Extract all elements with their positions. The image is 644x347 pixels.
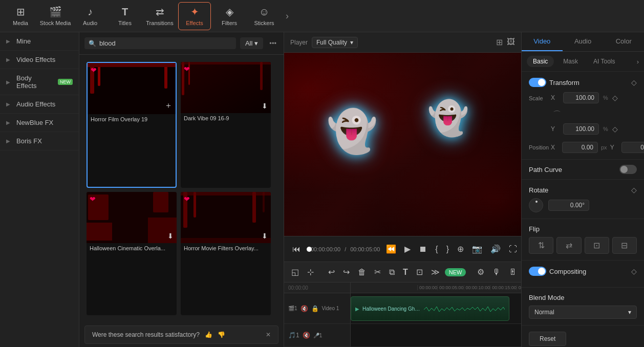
copy-btn[interactable]: ⧉ <box>386 266 398 278</box>
redo-btn[interactable]: ↪ <box>340 266 353 278</box>
cut-btn[interactable]: ✂ <box>371 266 384 278</box>
pos-y-input[interactable] <box>621 142 644 153</box>
scale-y-input[interactable] <box>563 123 599 135</box>
toolbar-item-effects[interactable]: ✦ Effects <box>178 2 211 30</box>
ripple-btn[interactable]: ⊹ <box>304 266 317 278</box>
step-back-button[interactable]: ⏪ <box>384 243 398 255</box>
mark-in-button[interactable]: { <box>433 244 440 255</box>
snap-btn[interactable]: ◱ <box>288 266 302 278</box>
quality-select[interactable]: Full Quality ▾ <box>312 37 358 48</box>
toolbar-item-transitions[interactable]: ⇄ Transitions <box>143 2 176 30</box>
speed-btn[interactable]: ⚙ <box>474 266 487 278</box>
add-icon-horror19[interactable]: ＋ <box>164 100 173 111</box>
audio1-mute-icon[interactable]: 🔇 <box>303 332 310 339</box>
search-box[interactable]: 🔍 <box>84 37 236 49</box>
volume-button[interactable]: 🔊 <box>488 243 503 255</box>
sidebar-item-mine[interactable]: ▶ Mine <box>0 32 79 51</box>
sidebar-item-boris-fx[interactable]: ▶ Boris FX <box>0 132 79 150</box>
download-icon-halloween[interactable]: ⬇ <box>167 232 174 240</box>
effects-icon: ✦ <box>190 6 199 18</box>
scale-link-icon[interactable]: ⌒ <box>553 110 561 120</box>
toolbar-more-icon[interactable]: › <box>283 11 292 21</box>
timeline-area: 00:00:00 00:00:00 00:00:05:00 00:00:10:0… <box>284 282 521 347</box>
effect-card-halloween[interactable]: ❤ ⬇ Halloween Cinematic Overla... <box>87 192 177 316</box>
new-badge: NEW <box>445 268 466 276</box>
split-menu-button[interactable]: ⊕ <box>455 243 466 255</box>
flip-vertical-button[interactable]: ⇅ <box>529 237 553 254</box>
rotate-input[interactable] <box>548 200 589 211</box>
skip-back-button[interactable]: ⏮ <box>290 244 303 255</box>
track-settings-btn[interactable]: 🎚 <box>506 266 520 278</box>
toolbar-item-stickers[interactable]: ☺ Stickers <box>248 2 281 30</box>
right-panel: Video Audio Color Basic Mask AI Tools › <box>521 32 644 347</box>
tab-audio[interactable]: Audio <box>563 32 604 51</box>
sidebar-item-newblue-fx[interactable]: ▶ NewBlue FX <box>0 114 79 132</box>
reset-section: Reset <box>522 326 644 347</box>
thumb-bg-halloween <box>87 192 177 243</box>
rotate-reset-icon[interactable]: ◇ <box>631 186 637 194</box>
sub-tab-more-icon[interactable]: › <box>637 58 639 66</box>
flip-horizontal-button[interactable]: ⇄ <box>556 237 581 254</box>
transform-toggle-switch[interactable] <box>529 78 546 87</box>
flip-section: Flip ⇅ ⇄ ⊡ ⊟ <box>522 219 644 261</box>
scale-x-input[interactable] <box>563 92 599 103</box>
undo-btn[interactable]: ↩ <box>325 266 338 278</box>
path-curve-toggle[interactable] <box>619 165 637 174</box>
reset-button[interactable]: Reset <box>529 332 566 346</box>
compositing-reset-icon[interactable]: ◇ <box>631 267 637 275</box>
tab-video[interactable]: Video <box>522 32 563 51</box>
transform-reset-icon[interactable]: ◇ <box>631 78 637 86</box>
sidebar-item-audio-effects[interactable]: ▶ Audio Effects <box>0 95 79 114</box>
effect-card-horror-movie[interactable]: ❤ ⬇ Horror Movie Filters Overlay... <box>181 192 271 316</box>
video1-track-content[interactable]: ▶ Halloween Dancing Ghost Split Projecti… <box>351 293 521 323</box>
audio-effects-arrow-icon: ▶ <box>6 101 10 107</box>
stop-button[interactable]: ⏹ <box>417 244 429 255</box>
video1-mute-icon[interactable]: 🔇 <box>300 305 308 312</box>
text-btn[interactable]: T <box>400 266 411 278</box>
effect-card-darkvibe[interactable]: ❤ ⬇ Dark Vibe 09 16-9 <box>181 62 271 188</box>
pos-x-input[interactable] <box>562 142 598 153</box>
toolbar-item-media[interactable]: ⊞ Media <box>4 2 37 30</box>
video1-lock-icon[interactable]: 🔒 <box>311 305 319 312</box>
mark-out-button[interactable]: } <box>444 244 451 255</box>
split-btn[interactable]: ⊡ <box>413 266 426 278</box>
flip-btn-4[interactable]: ⊟ <box>612 237 637 254</box>
scale-y-reset-icon[interactable]: ◇ <box>612 125 618 133</box>
sub-tab-ai-tools[interactable]: AI Tools <box>587 56 621 67</box>
filter-button[interactable]: All ▾ <box>240 37 263 49</box>
thumbs-up-icon[interactable]: 👍 <box>205 331 212 338</box>
fullscreen-button[interactable]: ⛶ <box>507 244 519 255</box>
delete-btn[interactable]: 🗑 <box>355 266 369 278</box>
toolbar-item-stock[interactable]: 🎬 Stock Media <box>39 2 72 30</box>
video1-clip[interactable]: ▶ Halloween Dancing Ghost Split Projecti… <box>351 296 509 321</box>
audio1-track-content[interactable] <box>351 324 521 346</box>
blend-mode-select[interactable]: Normal ▾ <box>529 306 637 319</box>
toolbar-item-audio[interactable]: ♪ Audio <box>74 2 106 30</box>
sidebar-item-body-effects[interactable]: ▶ Body Effects NEW <box>0 69 79 95</box>
effect-card-horror19[interactable]: 👻 ❤ ＋ Horror Film Overlay 19 <box>87 62 177 188</box>
more-options-icon[interactable]: ••• <box>267 37 278 49</box>
toolbar-item-filters[interactable]: ◈ Filters <box>213 2 246 30</box>
ruler-mark-20: 00:00:20:00 <box>517 285 521 290</box>
flip-btn-3[interactable]: ⊡ <box>585 237 609 254</box>
play-button[interactable]: ▶ <box>402 243 413 255</box>
more-effects-btn[interactable]: ≫ <box>428 266 443 278</box>
tab-color[interactable]: Color <box>603 32 644 51</box>
scale-x-reset-icon[interactable]: ◇ <box>612 94 618 102</box>
download-icon-darkvibe[interactable]: ⬇ <box>262 102 268 110</box>
compositing-toggle-switch[interactable] <box>529 267 546 276</box>
current-time: 00:00:00:00 <box>311 246 340 252</box>
sub-tab-mask[interactable]: Mask <box>557 56 584 67</box>
download-icon-horror-movie[interactable]: ⬇ <box>262 232 268 240</box>
satisfaction-close-icon[interactable]: ✕ <box>266 331 271 338</box>
toolbar-item-titles[interactable]: T Titles <box>109 2 141 30</box>
audio-clip-btn[interactable]: 🎙 <box>489 266 504 278</box>
thumbs-down-icon[interactable]: 👎 <box>218 331 225 338</box>
sub-tab-basic[interactable]: Basic <box>527 56 554 67</box>
sidebar-item-video-effects[interactable]: ▶ Video Effects <box>0 51 79 69</box>
image-view-icon[interactable]: 🖼 <box>507 37 515 47</box>
grid-view-icon[interactable]: ⊞ <box>496 37 503 47</box>
rotate-knob[interactable] <box>529 198 543 212</box>
search-input[interactable] <box>99 39 232 47</box>
snapshot-button[interactable]: 📷 <box>470 243 484 255</box>
